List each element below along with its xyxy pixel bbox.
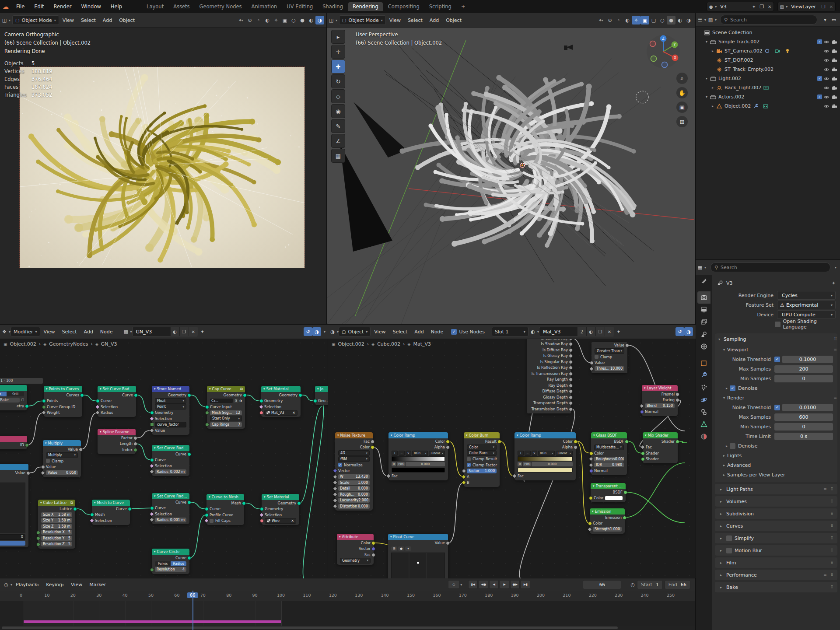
row[interactable]: 1.000 [0, 540, 28, 546]
material-name-field[interactable]: Mat_V3 2 ◐ ❐ ✕ [539, 327, 614, 336]
tool-move[interactable]: ✚ [331, 60, 345, 74]
node-header[interactable]: ▾Attribute [337, 534, 374, 540]
mode-select[interactable]: ▢Object Mode▾ [12, 15, 59, 25]
node-value-ior[interactable]: IOR0.980 [594, 462, 624, 467]
socket-out[interactable] [187, 393, 191, 397]
row[interactable]: Radius [98, 410, 136, 416]
trash-icon[interactable]: □ [21, 398, 24, 402]
properties-tab-view-layer[interactable] [697, 316, 710, 328]
socket-out[interactable] [569, 407, 573, 411]
row[interactable]: PointsRadius [152, 561, 189, 567]
menu-render[interactable]: Render [49, 4, 77, 10]
node-header[interactable]: ▾Spline Parameter [98, 429, 136, 435]
row[interactable]: Strength1.000 [590, 526, 625, 532]
render-viewport-menu-select[interactable]: Select [77, 18, 99, 23]
timeline-track[interactable] [0, 601, 695, 626]
visibility-dropdown[interactable]: ◐ [623, 16, 632, 24]
socket-out[interactable] [569, 396, 573, 399]
row[interactable]: Shader [643, 456, 678, 462]
socket-in[interactable] [150, 458, 154, 462]
row[interactable]: Value [43, 464, 81, 470]
row[interactable]: A [464, 474, 500, 480]
outliner-row-st-dof-002[interactable]: ST_DOF.002 [696, 56, 840, 65]
tab-assets[interactable]: Assets [169, 2, 194, 11]
node-value-thres[interactable]: Thres...10.000 [595, 366, 624, 371]
material-slot-select[interactable]: Slot 1▾ [492, 327, 528, 336]
tab-layout[interactable]: Layout [142, 2, 168, 11]
material-field-mat-v3[interactable]: Mat_V3✕ [264, 410, 298, 416]
row[interactable]: Curve Group ID [44, 404, 82, 410]
node-value-value[interactable]: Value0.050 [46, 470, 78, 475]
tool-cursor[interactable]: ✛ [331, 45, 345, 59]
properties-tab-physics[interactable] [697, 394, 710, 406]
proportional-edit-toggle[interactable]: ◦ [614, 16, 623, 24]
socket-in[interactable] [150, 411, 154, 415]
row[interactable]: Vector [335, 468, 373, 474]
node-set-material[interactable]: ▾Set MaterialGeometryGeometrySelectionWi… [262, 494, 299, 525]
outliner[interactable]: ☰▾ ▧▾ ⚲ Search ▾ ▭ Scene Collection▾Simp… [696, 13, 840, 260]
filter-icon[interactable]: ▾ [821, 15, 830, 24]
node-header[interactable]: ▾Color Burn [464, 432, 500, 438]
render-viewport-menu-add[interactable]: Add [99, 18, 116, 23]
node-header[interactable]: ▾Set Curve Radius [152, 493, 189, 499]
socket-out[interactable] [446, 541, 450, 545]
timeline-menu-marker[interactable]: Marker [86, 582, 109, 588]
editor-type-icon[interactable]: ◫ [0, 16, 9, 24]
unlink-icon[interactable]: ✕ [605, 327, 614, 336]
breadcrumb-item[interactable]: Object.002 [10, 341, 36, 347]
breadcrumb-item[interactable]: GN_V3 [101, 341, 117, 347]
node-select-color-burn[interactable]: Color Burn▾ [467, 450, 497, 456]
node-button-bake[interactable]: Bake [0, 398, 20, 402]
hide-eye-icon[interactable] [822, 58, 830, 63]
socket-out[interactable] [79, 448, 83, 452]
node-header[interactable]: ▾Float Curve [0, 464, 28, 470]
properties-editor[interactable]: ▦▾ ⚲ Search ▾ V3✦Render EngineCycles▾Fea… [696, 260, 840, 630]
nav-pan-icon[interactable]: ✋ [676, 87, 688, 98]
disable-render-icon[interactable] [830, 58, 838, 63]
timeline-menu-keying[interactable]: Keying▾ [42, 582, 67, 588]
properties-search[interactable]: ⚲ Search [710, 262, 830, 272]
unlink-icon[interactable]: ✕ [189, 327, 198, 336]
node-set-curve-radius[interactable]: ▾Set Curve RadiusCurveCurveSelectionRadi… [98, 386, 136, 417]
disable-render-icon[interactable] [830, 49, 838, 53]
socket-in[interactable] [205, 405, 209, 409]
shader-editor[interactable]: Is Camera RayIs Shadow RayIs Diffuse Ray… [328, 325, 696, 578]
ramp-control-3[interactable]: RGB▾ [538, 451, 555, 456]
geometry-node-menu-node[interactable]: Node [97, 329, 116, 335]
snap-magnet-icon[interactable]: ⊙ [606, 16, 614, 24]
socket-in[interactable] [641, 457, 645, 461]
outliner-item-label[interactable]: ST_Track_Empty.002 [724, 66, 774, 72]
delete-scene-button[interactable]: ✕ [766, 4, 774, 9]
outliner-item-label[interactable]: Actors.002 [718, 94, 744, 100]
row[interactable]: Selection [98, 404, 136, 410]
node-node[interactable]: Is Camera RayIs Shadow RayIs Diffuse Ray… [527, 335, 571, 413]
row[interactable]: Color▾ [464, 444, 500, 451]
ramp-pos-1[interactable]: Pos [397, 462, 405, 466]
panel-light-paths[interactable]: ▸Light Paths≡ ⠿ [715, 484, 837, 494]
row[interactable]: Distortion0.000 [335, 504, 373, 510]
row[interactable]: Point▾ [152, 404, 189, 410]
row[interactable]: Color Burn▾ [464, 450, 500, 456]
field-min-samples[interactable]: 0 [774, 423, 833, 430]
node-store-named-attr[interactable]: ▾Store Named Attr...GeometryFloat▾Point▾… [152, 386, 189, 435]
group-selector[interactable]: Ca... [210, 399, 233, 403]
tool-measure[interactable]: ∠ [331, 134, 345, 148]
material-field-wire[interactable]: Wire✕ [265, 518, 296, 524]
node-select-float[interactable]: Float▾ [155, 398, 186, 404]
field-min-samples[interactable]: 0 [774, 375, 833, 382]
row[interactable]: 0Pos0.000 [388, 462, 448, 468]
node-value-detail[interactable]: Detail0.000 [338, 486, 370, 491]
socket-in[interactable] [641, 452, 645, 455]
outliner-row-st-camera-002[interactable]: ▸ST_Camera.002 [696, 46, 840, 56]
ramp-control-3[interactable]: RGB▾ [412, 451, 428, 456]
expand-triangle[interactable]: ▾ [704, 40, 710, 44]
row[interactable]: Curve Input [207, 404, 245, 410]
current-frame-field[interactable]: 66 [583, 580, 621, 589]
socket-out[interactable] [134, 393, 138, 397]
node-tree-type-select[interactable]: Modifier▾ [10, 327, 40, 336]
orientation-dropdown[interactable]: ⌖▾ [237, 16, 245, 24]
node-node[interactable]: ValueGreater Than▾ClampValueThres...10.0… [592, 342, 627, 373]
colorramp-gradient[interactable] [392, 456, 445, 461]
node-value-scale[interactable]: Scale1.000 [338, 480, 370, 485]
outliner-item-label[interactable]: Back_Light.002 [724, 85, 761, 91]
